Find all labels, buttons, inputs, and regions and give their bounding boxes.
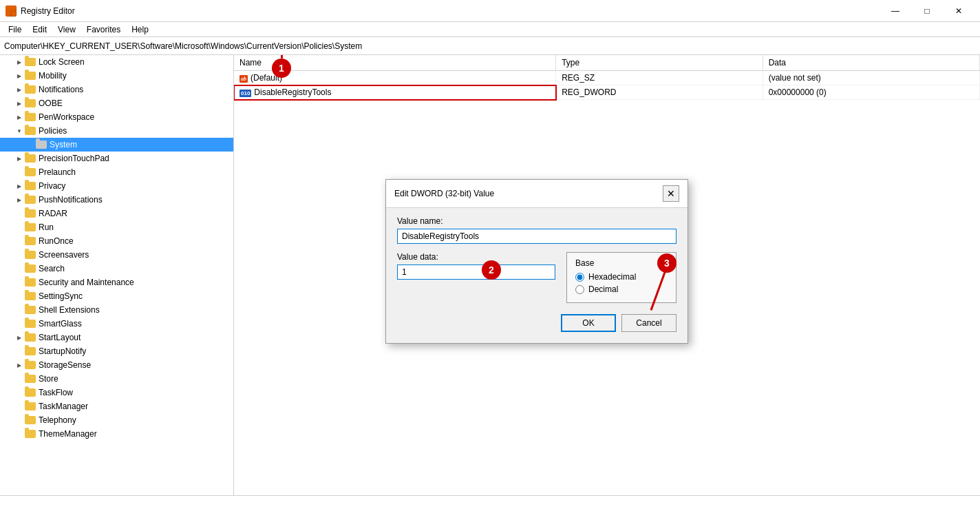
tree-item-security-and-maintenance[interactable]: Security and Maintenance bbox=[0, 276, 233, 289]
tree-item-label: RunOnce bbox=[39, 236, 74, 246]
menu-help[interactable]: Help bbox=[126, 23, 154, 36]
tree-item-settingsync[interactable]: SettingSync bbox=[0, 289, 233, 303]
tree-item-runonce[interactable]: RunOnce bbox=[0, 234, 233, 248]
radio-hexadecimal-label: Hexadecimal bbox=[588, 272, 636, 282]
tree-item-startlayout[interactable]: ▶StartLayout bbox=[0, 331, 233, 344]
folder-icon bbox=[25, 264, 36, 273]
edit-dword-dialog[interactable]: Edit DWORD (32-bit) Value ✕ Value name: … bbox=[385, 179, 688, 344]
tree-item-notifications[interactable]: ▶Notifications bbox=[0, 83, 233, 96]
menu-favorites[interactable]: Favorites bbox=[81, 23, 126, 36]
folder-icon bbox=[25, 250, 36, 260]
tree-item-oobe[interactable]: ▶OOBE bbox=[0, 96, 233, 110]
radio-hexadecimal[interactable]: Hexadecimal bbox=[575, 272, 668, 282]
tree-item-lock-screen[interactable]: ▶Lock Screen bbox=[0, 55, 233, 69]
col-name: Name bbox=[234, 55, 556, 71]
dialog-right: Base Hexadecimal Decimal bbox=[566, 252, 677, 303]
tree-item-label: Run bbox=[39, 222, 54, 232]
menu-edit[interactable]: Edit bbox=[27, 23, 52, 36]
address-path: Computer\HKEY_CURRENT_USER\Software\Micr… bbox=[4, 41, 362, 51]
folder-icon bbox=[36, 140, 47, 149]
tree-item-run[interactable]: Run bbox=[0, 220, 233, 234]
folder-icon bbox=[25, 278, 36, 287]
tree-item-label: StartupNotify bbox=[39, 346, 86, 356]
tree-item-label: Prelaunch bbox=[39, 167, 76, 177]
tree-item-telephony[interactable]: Telephony bbox=[0, 413, 233, 427]
tree-item-label: ThemeManager bbox=[39, 429, 97, 439]
tree-item-store[interactable]: Store bbox=[0, 372, 233, 386]
radio-hexadecimal-input[interactable] bbox=[575, 273, 584, 282]
svg-rect-3 bbox=[12, 12, 16, 16]
tree-item-radar[interactable]: RADAR bbox=[0, 207, 233, 220]
expand-arrow bbox=[14, 208, 25, 219]
cancel-button[interactable]: Cancel bbox=[621, 314, 677, 332]
expand-arrow: ▶ bbox=[14, 70, 25, 81]
expand-arrow bbox=[14, 222, 25, 233]
tree-item-smartglass[interactable]: SmartGlass bbox=[0, 317, 233, 331]
tree-item-system[interactable]: System bbox=[0, 138, 233, 152]
folder-icon bbox=[25, 415, 36, 425]
tree-item-label: System bbox=[50, 140, 77, 149]
tree-item-label: Telephony bbox=[39, 415, 76, 425]
tree-item-label: SmartGlass bbox=[39, 319, 82, 329]
tree-item-shell-extensions[interactable]: Shell Extensions bbox=[0, 303, 233, 317]
tree-item-policies[interactable]: ▼Policies bbox=[0, 124, 233, 138]
folder-icon bbox=[25, 236, 36, 246]
dialog-close-button[interactable]: ✕ bbox=[663, 185, 679, 202]
folder-icon bbox=[25, 112, 36, 122]
expand-arrow bbox=[25, 139, 36, 150]
menu-view[interactable]: View bbox=[52, 23, 81, 36]
tree-item-label: PushNotifications bbox=[39, 195, 103, 205]
minimize-button[interactable]: — bbox=[880, 0, 911, 22]
window-title: Registry Editor bbox=[21, 6, 880, 16]
tree-item-mobility[interactable]: ▶Mobility bbox=[0, 69, 233, 83]
ok-button[interactable]: OK bbox=[561, 314, 616, 332]
base-label: Base bbox=[575, 258, 668, 268]
close-button[interactable]: ✕ bbox=[943, 0, 974, 22]
tree-item-label: PrecisionTouchPad bbox=[39, 154, 109, 163]
tree-item-precisiontouchpad[interactable]: ▶PrecisionTouchPad bbox=[0, 152, 233, 165]
value-name-input[interactable] bbox=[397, 229, 677, 244]
expand-arrow bbox=[14, 373, 25, 384]
value-data-label: Value data: bbox=[397, 252, 555, 262]
value-data-input[interactable] bbox=[397, 264, 555, 280]
expand-arrow: ▶ bbox=[14, 56, 25, 67]
tree-item-label: Shell Extensions bbox=[39, 305, 100, 315]
value-name-label: Value name: bbox=[397, 216, 677, 226]
expand-arrow bbox=[14, 277, 25, 288]
folder-icon bbox=[25, 291, 36, 301]
folder-icon bbox=[25, 154, 36, 163]
expand-arrow: ▶ bbox=[14, 112, 25, 123]
maximize-button[interactable]: □ bbox=[911, 0, 943, 22]
tree-item-label: PenWorkspace bbox=[39, 112, 94, 122]
tree-item-label: Search bbox=[39, 264, 65, 273]
tree-item-taskflow[interactable]: TaskFlow bbox=[0, 386, 233, 399]
tree-item-label: RADAR bbox=[39, 209, 67, 218]
table-row[interactable]: ab(Default)REG_SZ(value not set) bbox=[234, 71, 980, 85]
radio-decimal-input[interactable] bbox=[575, 285, 584, 294]
tree-item-startupnotify[interactable]: StartupNotify bbox=[0, 344, 233, 358]
expand-arrow bbox=[14, 249, 25, 260]
tree-item-label: StartLayout bbox=[39, 333, 81, 342]
table-row[interactable]: 010DisableRegistryToolsREG_DWORD0x000000… bbox=[234, 85, 980, 100]
svg-rect-1 bbox=[12, 6, 16, 10]
tree-item-privacy[interactable]: ▶Privacy bbox=[0, 179, 233, 193]
radio-decimal[interactable]: Decimal bbox=[575, 284, 668, 294]
tree-panel[interactable]: ▶Lock Screen▶Mobility▶Notifications▶OOBE… bbox=[0, 55, 234, 495]
tree-item-prelaunch[interactable]: Prelaunch bbox=[0, 165, 233, 179]
menu-file[interactable]: File bbox=[3, 23, 27, 36]
tree-item-penworkspace[interactable]: ▶PenWorkspace bbox=[0, 110, 233, 124]
tree-item-search[interactable]: Search bbox=[0, 262, 233, 276]
folder-icon bbox=[25, 333, 36, 342]
dialog-content: Value name: Value data: Base Hexadecimal bbox=[386, 208, 688, 343]
tree-item-pushnotifications[interactable]: ▶PushNotifications bbox=[0, 193, 233, 207]
tree-item-taskmanager[interactable]: TaskManager bbox=[0, 399, 233, 413]
tree-item-thememanager[interactable]: ThemeManager bbox=[0, 427, 233, 441]
dword-icon: 010 bbox=[239, 90, 251, 97]
tree-item-storagesense[interactable]: ▶StorageSense bbox=[0, 358, 233, 372]
reg-type-cell: REG_DWORD bbox=[556, 85, 763, 100]
tree-item-label: Policies bbox=[39, 126, 67, 136]
address-bar: Computer\HKEY_CURRENT_USER\Software\Micr… bbox=[0, 37, 980, 55]
reg-data-cell: (value not set) bbox=[763, 71, 979, 85]
tree-item-screensavers[interactable]: Screensavers bbox=[0, 248, 233, 262]
folder-icon bbox=[25, 195, 36, 205]
